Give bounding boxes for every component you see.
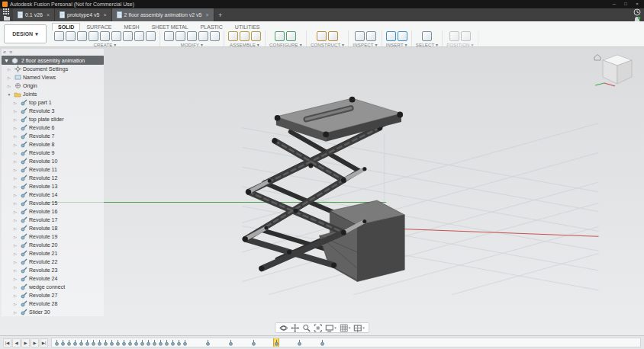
browser-joint-item[interactable]: ▷Revolute 12 bbox=[2, 174, 104, 182]
tree-toggle-icon[interactable]: ▼ bbox=[6, 92, 12, 97]
browser-joint-item[interactable]: ▷Revolute 9 bbox=[2, 149, 104, 157]
tool-icon[interactable] bbox=[210, 31, 220, 41]
tree-toggle-icon[interactable]: ▷ bbox=[12, 310, 18, 315]
browser-joint-item[interactable]: ▷Revolute 15 bbox=[2, 199, 104, 207]
tool-icon[interactable] bbox=[66, 31, 76, 41]
browser-joint-item[interactable]: ▷Revolute 18 bbox=[2, 224, 104, 232]
timeline-marker[interactable] bbox=[60, 338, 65, 347]
timeline-marker[interactable] bbox=[85, 338, 89, 347]
workspace-selector[interactable]: DESIGN ▾ bbox=[4, 24, 47, 43]
browser-joint-item[interactable]: ▷Revolute 28 bbox=[2, 299, 104, 308]
timeline-marker[interactable] bbox=[103, 338, 108, 347]
document-tab[interactable]: prototype4 v5× bbox=[55, 8, 112, 21]
step-forward-button[interactable]: ▶ bbox=[31, 338, 39, 347]
tree-toggle-icon[interactable]: ▷ bbox=[12, 226, 18, 231]
tool-group-label[interactable]: SELECT ▾ bbox=[416, 42, 439, 46]
timeline-marker[interactable] bbox=[72, 338, 77, 347]
browser-joint-item[interactable]: ▷Revolute 7 bbox=[2, 132, 104, 140]
tool-group-label[interactable]: MODIFY ▾ bbox=[181, 42, 204, 46]
browser-menu-icon[interactable]: ≡ bbox=[9, 50, 12, 55]
close-button[interactable]: × bbox=[633, 0, 642, 8]
tree-toggle-icon[interactable]: ▷ bbox=[12, 134, 18, 139]
timeline-marker[interactable] bbox=[170, 338, 175, 347]
viewports-icon[interactable]: ▾ bbox=[353, 324, 365, 332]
timeline-marker[interactable] bbox=[274, 338, 279, 347]
browser-joint-item[interactable]: ▷Revolute 17 bbox=[2, 216, 104, 224]
play-button[interactable]: ▶ bbox=[21, 338, 30, 347]
tool-icon[interactable] bbox=[146, 31, 156, 41]
tool-icon[interactable] bbox=[251, 31, 261, 41]
timeline-marker[interactable] bbox=[121, 338, 126, 347]
tool-icon[interactable] bbox=[77, 31, 87, 41]
browser-joint-item[interactable]: ▷Revolute 14 bbox=[2, 191, 104, 199]
tool-icon[interactable] bbox=[422, 31, 432, 41]
browser-joint-item[interactable]: ▷Revolute 19 bbox=[2, 232, 104, 241]
orbit-icon[interactable] bbox=[279, 324, 288, 332]
job-status-icon[interactable] bbox=[630, 8, 644, 16]
tool-icon[interactable] bbox=[164, 31, 174, 41]
tool-icon[interactable] bbox=[228, 31, 238, 41]
tool-icon[interactable] bbox=[134, 31, 144, 41]
timeline-marker[interactable] bbox=[54, 338, 59, 347]
tree-toggle-icon[interactable]: ▷ bbox=[12, 285, 18, 290]
file-folder-icon[interactable] bbox=[0, 15, 13, 21]
timeline-marker[interactable] bbox=[134, 338, 138, 347]
tree-expand-icon[interactable]: ▼ bbox=[4, 58, 9, 63]
tool-icon[interactable] bbox=[198, 31, 208, 41]
tree-toggle-icon[interactable]: ▷ bbox=[6, 67, 12, 72]
grid-settings-icon[interactable]: ▾ bbox=[340, 324, 351, 332]
data-panel-grid-icon[interactable] bbox=[0, 8, 13, 15]
browser-joint-item[interactable]: ▷Revolute 3 bbox=[2, 107, 104, 115]
browser-joint-item[interactable]: ▷Revolute 13 bbox=[2, 182, 104, 191]
tool-icon[interactable] bbox=[355, 31, 365, 41]
tool-group-label[interactable]: INSPECT ▾ bbox=[353, 42, 377, 46]
ribbon-tab-mesh[interactable]: MESH bbox=[118, 23, 145, 30]
tool-icon[interactable] bbox=[398, 31, 407, 41]
browser-joint-item[interactable]: ▷Revolute 20 bbox=[2, 241, 104, 249]
tree-toggle-icon[interactable]: ▷ bbox=[12, 142, 18, 147]
timeline-track[interactable] bbox=[51, 338, 641, 347]
browser-joint-item[interactable]: ▷Revolute 27 bbox=[2, 291, 104, 299]
tool-icon[interactable] bbox=[175, 31, 185, 41]
tree-toggle-icon[interactable]: ▷ bbox=[12, 193, 18, 197]
timeline-marker[interactable] bbox=[182, 338, 187, 347]
timeline-marker[interactable] bbox=[140, 338, 144, 347]
tool-icon[interactable] bbox=[89, 31, 98, 41]
timeline-marker[interactable] bbox=[176, 338, 181, 347]
browser-joint-item[interactable]: ▷Revolute 11 bbox=[2, 165, 104, 174]
timeline-marker[interactable] bbox=[228, 338, 233, 347]
timeline-marker[interactable] bbox=[158, 338, 163, 347]
tool-icon[interactable] bbox=[286, 31, 296, 41]
tree-toggle-icon[interactable]: ▷ bbox=[12, 302, 18, 306]
tree-toggle-icon[interactable]: ▷ bbox=[12, 293, 18, 298]
timeline-marker[interactable] bbox=[205, 338, 210, 347]
timeline-marker[interactable] bbox=[109, 338, 114, 347]
browser-section-joints[interactable]: ▼Joints bbox=[2, 90, 104, 98]
tool-icon[interactable] bbox=[328, 31, 338, 41]
tree-toggle-icon[interactable]: ▷ bbox=[12, 268, 18, 273]
new-tab-button[interactable]: + bbox=[214, 8, 227, 21]
browser-joint-item[interactable]: ▷Slider 30 bbox=[2, 308, 104, 316]
pan-icon[interactable] bbox=[291, 324, 299, 332]
tool-group-label[interactable]: CONSTRUCT ▾ bbox=[311, 42, 344, 46]
tool-icon[interactable] bbox=[54, 31, 64, 41]
tree-toggle-icon[interactable]: ▷ bbox=[6, 84, 12, 88]
timeline-marker[interactable] bbox=[91, 338, 95, 347]
tool-icon[interactable] bbox=[240, 31, 250, 41]
timeline-marker[interactable] bbox=[115, 338, 120, 347]
tool-icon[interactable] bbox=[187, 31, 197, 41]
timeline-marker[interactable] bbox=[127, 338, 132, 347]
document-tab[interactable]: 2 floor assembly animation v2 v5× bbox=[112, 8, 214, 21]
tool-icon[interactable] bbox=[461, 31, 471, 41]
browser-joint-item[interactable]: ▷wedge connect bbox=[2, 283, 104, 291]
maximize-button[interactable]: □ bbox=[621, 0, 630, 8]
tree-toggle-icon[interactable]: ▷ bbox=[12, 184, 18, 189]
timeline-marker[interactable] bbox=[251, 338, 256, 347]
ribbon-tab-solid[interactable]: SOLID bbox=[52, 23, 80, 30]
close-icon[interactable]: × bbox=[47, 12, 50, 18]
ribbon-tab-utilities[interactable]: UTILITIES bbox=[229, 23, 266, 30]
go-to-start-button[interactable]: |◀ bbox=[3, 338, 11, 347]
tree-toggle-icon[interactable]: ▷ bbox=[12, 201, 18, 206]
browser-root-node[interactable]: ▼ 2 floor assembly animation bbox=[2, 56, 104, 65]
browser-joint-item[interactable]: ▷Revolute 16 bbox=[2, 207, 104, 216]
